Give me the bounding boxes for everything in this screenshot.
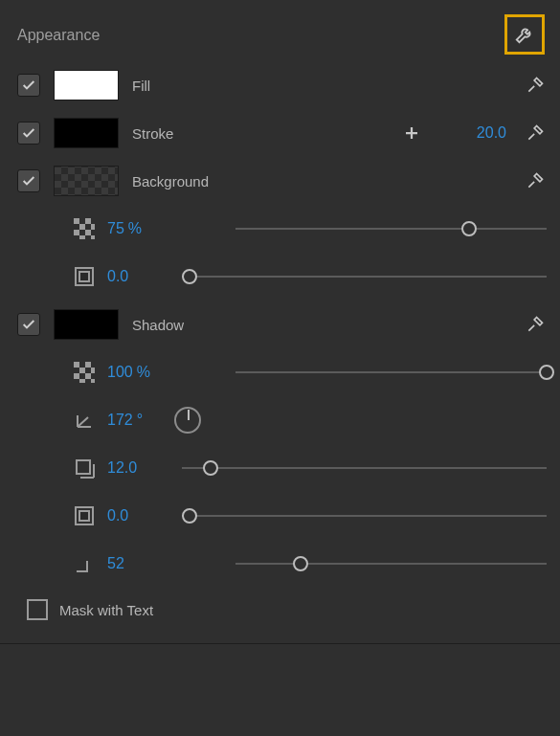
svg-rect-20 <box>77 460 90 474</box>
shadow-size-row: 0.0 <box>17 492 547 540</box>
fill-label: Fill <box>132 78 150 94</box>
shadow-spread-value[interactable]: 52 <box>107 555 168 572</box>
svg-rect-3 <box>79 224 85 230</box>
opacity-icon <box>73 361 96 384</box>
background-row: Background <box>17 157 547 205</box>
stroke-color-swatch[interactable] <box>54 118 119 148</box>
svg-rect-22 <box>79 511 89 521</box>
svg-rect-8 <box>91 235 95 239</box>
shadow-opacity-value[interactable]: 100% <box>107 364 168 381</box>
eyedropper-icon <box>526 171 545 190</box>
shadow-distance-value[interactable]: 12.0 <box>107 459 168 477</box>
fill-eyedropper[interactable] <box>524 74 547 97</box>
spread-icon <box>73 552 96 575</box>
shadow-color-swatch[interactable] <box>54 309 119 340</box>
shadow-angle-value[interactable]: 172° <box>107 412 168 429</box>
background-size-slider[interactable] <box>182 268 547 285</box>
shadow-angle-dial[interactable] <box>174 407 201 434</box>
svg-rect-18 <box>79 379 85 383</box>
shadow-label: Shadow <box>132 317 184 333</box>
svg-rect-12 <box>74 362 79 368</box>
svg-rect-2 <box>85 218 91 224</box>
svg-rect-17 <box>85 373 91 379</box>
stroke-weight-value[interactable]: 20.0 <box>466 124 506 142</box>
background-label: Background <box>132 173 209 190</box>
shadow-distance-row: 12.0 <box>17 444 547 492</box>
mask-with-text-checkbox[interactable] <box>27 599 48 620</box>
background-opacity-value[interactable]: 75% <box>107 220 168 237</box>
wrench-icon <box>514 24 535 45</box>
angle-icon <box>73 409 96 432</box>
size-icon <box>73 265 96 288</box>
svg-rect-16 <box>74 373 79 379</box>
shadow-distance-slider[interactable] <box>182 459 547 477</box>
shadow-size-value[interactable]: 0.0 <box>107 507 168 524</box>
svg-rect-4 <box>91 224 95 230</box>
background-eyedropper[interactable] <box>524 169 547 192</box>
panel-title: Appearance <box>17 27 100 44</box>
shadow-spread-slider[interactable] <box>235 555 547 572</box>
eyedropper-icon <box>526 315 545 334</box>
shadow-opacity-row: 100% <box>17 348 547 396</box>
mask-with-text-row: Mask with Text <box>27 588 547 632</box>
appearance-panel: Appearance Fill Stroke 20.0 <box>0 0 560 736</box>
shadow-opacity-slider[interactable] <box>235 364 547 381</box>
shadow-eyedropper[interactable] <box>524 313 547 336</box>
plus-icon <box>403 124 420 142</box>
svg-rect-13 <box>85 362 91 368</box>
background-color-swatch[interactable] <box>54 166 119 196</box>
svg-rect-5 <box>74 230 79 235</box>
shadow-spread-row: 52 <box>17 540 547 588</box>
svg-rect-10 <box>79 272 89 281</box>
stroke-label: Stroke <box>132 125 173 142</box>
eyedropper-icon <box>526 123 545 143</box>
fill-color-swatch[interactable] <box>54 70 119 100</box>
size-icon <box>73 504 96 527</box>
svg-rect-1 <box>74 218 79 224</box>
background-checkbox[interactable] <box>17 169 40 192</box>
fill-row: Fill <box>17 61 547 109</box>
add-stroke-button[interactable] <box>401 123 422 144</box>
mask-with-text-label: Mask with Text <box>59 602 153 618</box>
shadow-row: Shadow <box>17 301 547 348</box>
svg-rect-19 <box>91 379 95 383</box>
background-size-value[interactable]: 0.0 <box>107 268 168 285</box>
background-opacity-row: 75% <box>17 205 547 253</box>
svg-rect-7 <box>79 235 85 239</box>
svg-rect-14 <box>79 368 85 373</box>
background-opacity-slider[interactable] <box>235 220 547 237</box>
svg-rect-6 <box>85 230 91 235</box>
panel-divider <box>0 643 560 644</box>
stroke-row: Stroke 20.0 <box>17 109 547 157</box>
opacity-icon <box>73 217 96 240</box>
fill-checkbox[interactable] <box>17 74 40 97</box>
shadow-size-slider[interactable] <box>182 507 547 524</box>
eyedropper-icon <box>526 76 545 95</box>
stroke-eyedropper[interactable] <box>524 122 547 145</box>
shadow-angle-row: 172° <box>17 396 547 444</box>
svg-rect-15 <box>91 368 95 373</box>
panel-settings-button[interactable] <box>504 14 545 55</box>
background-size-row: 0.0 <box>17 253 547 301</box>
shadow-checkbox[interactable] <box>17 313 40 336</box>
distance-icon <box>73 457 96 480</box>
stroke-checkbox[interactable] <box>17 122 40 145</box>
